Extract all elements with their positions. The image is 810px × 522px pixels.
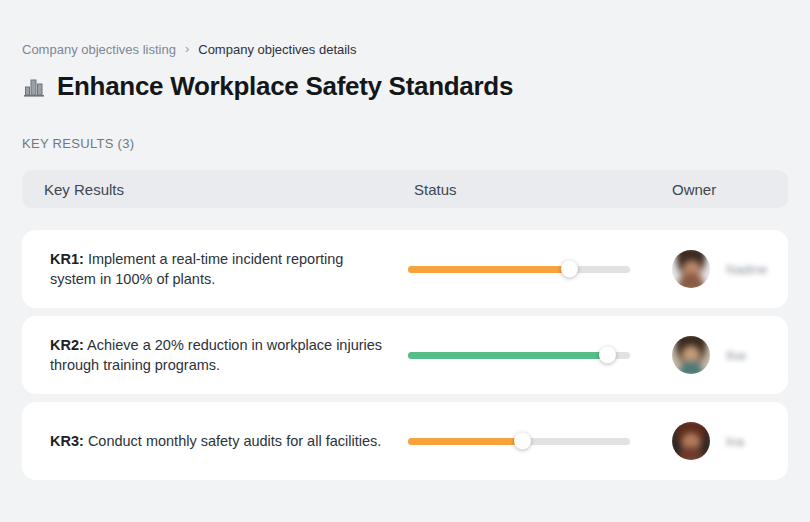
owner-name: Ilse [726, 348, 746, 363]
kr-id-label: KR2: [50, 337, 84, 353]
kr-description: KR1: Implement a real-time incident repo… [22, 249, 408, 289]
column-header-status: Status [408, 181, 650, 198]
column-header-owner: Owner [650, 181, 788, 198]
table-row[interactable]: KR1: Implement a real-time incident repo… [22, 230, 788, 308]
page-content: Company objectives listing › Company obj… [0, 42, 810, 480]
breadcrumb: Company objectives listing › Company obj… [22, 42, 788, 57]
breadcrumb-item-details: Company objectives details [198, 42, 356, 57]
slider-knob[interactable] [599, 347, 616, 364]
status-cell [408, 438, 650, 445]
title-row: Enhance Workplace Safety Standards [22, 71, 788, 102]
kr-text: Conduct monthly safety audits for all fa… [88, 433, 381, 449]
table-row[interactable]: KR3: Conduct monthly safety audits for a… [22, 402, 788, 480]
kr-description: KR2: Achieve a 20% reduction in workplac… [22, 335, 408, 375]
page-title: Enhance Workplace Safety Standards [57, 71, 513, 102]
table-row[interactable]: KR2: Achieve a 20% reduction in workplac… [22, 316, 788, 394]
owner-name: Ina [726, 434, 744, 449]
key-results-count-label: KEY RESULTS (3) [22, 136, 788, 151]
column-header-key-results: Key Results [22, 181, 408, 198]
kr-id-label: KR3: [50, 433, 84, 449]
owner-cell: Ilse [650, 336, 788, 374]
chevron-right-icon: › [185, 42, 189, 55]
progress-slider[interactable] [408, 438, 630, 445]
progress-fill [408, 352, 608, 359]
progress-fill [408, 438, 523, 445]
kr-description: KR3: Conduct monthly safety audits for a… [22, 431, 408, 451]
owner-name: Nadine [726, 262, 767, 277]
owner-cell: Nadine [650, 250, 788, 288]
progress-slider[interactable] [408, 352, 630, 359]
kr-text: Implement a real-time incident reporting… [50, 251, 343, 287]
bar-chart-icon [22, 75, 46, 99]
progress-slider[interactable] [408, 266, 630, 273]
avatar [672, 336, 710, 374]
status-cell [408, 352, 650, 359]
avatar [672, 422, 710, 460]
avatar [672, 250, 710, 288]
kr-text: Achieve a 20% reduction in workplace inj… [50, 337, 382, 373]
status-cell [408, 266, 650, 273]
table-header: Key Results Status Owner [22, 170, 788, 208]
progress-fill [408, 266, 570, 273]
key-results-list: KR1: Implement a real-time incident repo… [22, 230, 788, 480]
slider-knob[interactable] [514, 433, 531, 450]
owner-cell: Ina [650, 422, 788, 460]
slider-knob[interactable] [561, 261, 578, 278]
breadcrumb-item-listing[interactable]: Company objectives listing [22, 42, 176, 57]
kr-id-label: KR1: [50, 251, 84, 267]
